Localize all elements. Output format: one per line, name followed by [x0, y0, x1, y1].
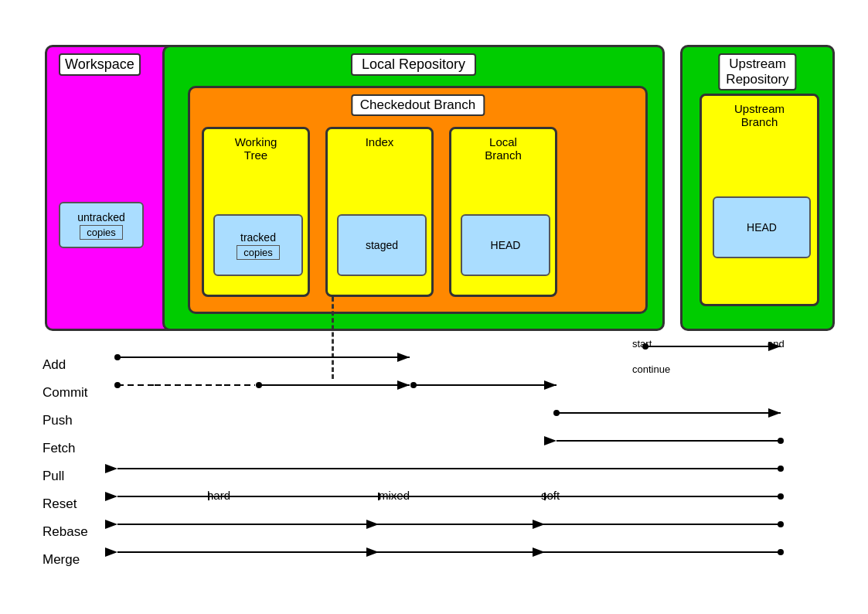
- rebase-label: Rebase: [43, 524, 88, 540]
- reset-label: Reset: [43, 496, 77, 512]
- untracked-box: untracked copies: [59, 202, 144, 248]
- svg-point-12: [256, 382, 262, 388]
- arrows-svg: [0, 333, 868, 611]
- local-head-box: HEAD: [461, 214, 550, 276]
- commit-label: Commit: [43, 385, 88, 401]
- svg-point-7: [114, 382, 121, 388]
- upstream-head-box: HEAD: [713, 196, 811, 258]
- local-head-text: HEAD: [491, 239, 521, 251]
- svg-point-20: [778, 466, 784, 472]
- push-label: Push: [43, 413, 73, 428]
- upstream-repo-box: Upstream Repository Upstream Branch HEAD: [680, 45, 835, 331]
- untracked-text: untracked: [77, 211, 124, 223]
- hard-label: hard: [207, 489, 230, 502]
- svg-point-4: [114, 354, 121, 360]
- fetch-label: Fetch: [43, 441, 76, 456]
- local-branch-box: Local Branch HEAD: [449, 127, 557, 297]
- continue-label: continue: [632, 363, 670, 375]
- tracked-text: tracked: [240, 231, 276, 244]
- copies-inner: copies: [80, 225, 123, 240]
- upstream-branch-label: Upstream Branch: [702, 102, 817, 128]
- svg-point-22: [778, 493, 784, 500]
- diagram-area: Workspace untracked copies Local Reposit…: [0, 0, 868, 614]
- staged-text: staged: [366, 239, 398, 251]
- svg-point-18: [778, 438, 784, 444]
- svg-point-16: [553, 410, 560, 416]
- upstream-head-text: HEAD: [747, 221, 777, 234]
- staged-box: staged: [337, 214, 427, 276]
- soft-label: soft: [541, 489, 560, 502]
- workspace-label: Workspace: [59, 53, 141, 76]
- merge-label: Merge: [43, 552, 80, 568]
- mixed-label: mixed: [379, 489, 410, 502]
- local-repo-box: Local Repository Checkedout Branch Worki…: [162, 45, 665, 331]
- pull-label: Pull: [43, 469, 64, 484]
- index-label: Index: [328, 135, 431, 148]
- index-box: Index staged: [325, 127, 434, 297]
- workspace-box: Workspace untracked copies: [45, 45, 180, 331]
- add-label: Add: [43, 357, 66, 373]
- svg-point-14: [410, 382, 417, 388]
- end-label: end: [768, 338, 785, 350]
- upstream-branch-box: Upstream Branch HEAD: [700, 94, 819, 306]
- working-tree-box: Working Tree tracked copies: [202, 127, 310, 297]
- svg-point-31: [778, 549, 784, 555]
- upstream-repo-label: Upstream Repository: [718, 53, 796, 90]
- local-branch-label: Local Branch: [451, 135, 555, 162]
- svg-point-27: [778, 521, 784, 527]
- checkout-box: Checkedout Branch Working Tree tracked c…: [188, 86, 648, 314]
- checkout-label: Checkedout Branch: [351, 94, 485, 116]
- tracked-box: tracked copies: [213, 214, 303, 276]
- local-repo-label: Local Repository: [351, 53, 476, 76]
- working-tree-label: Working Tree: [204, 135, 308, 162]
- tracked-copies-inner: copies: [237, 245, 280, 260]
- start-label: start: [632, 338, 652, 350]
